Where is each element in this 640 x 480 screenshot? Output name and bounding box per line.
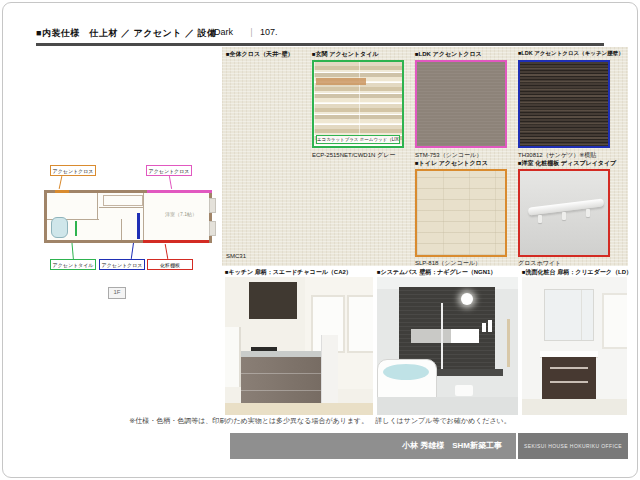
shelf-bracket xyxy=(586,209,590,217)
bath-faucet-ledge xyxy=(437,369,503,376)
bath-water xyxy=(383,364,429,380)
code-shelf: グロスホワイト xyxy=(518,259,561,268)
bath-towel-bar xyxy=(507,319,510,367)
plan-closet xyxy=(103,195,143,206)
label-toilet-cloth: ■トイレ アクセントクロス xyxy=(415,159,488,168)
plan-accent-orange xyxy=(55,190,69,193)
kitchen-end-panel xyxy=(321,335,338,409)
swatch-ldk-cloth xyxy=(415,60,507,148)
plan-wall xyxy=(99,207,143,208)
label-vanity-photo: ■洗面化粧台 扉柄：クリエダーク（LD） xyxy=(522,268,632,277)
vanity-window xyxy=(602,293,627,349)
bath-tub xyxy=(377,359,437,401)
plan-accent-pink xyxy=(147,190,212,193)
page-title: ■内装仕様 仕上材 ／ アクセント ／ 設備 xyxy=(36,27,217,40)
bath-stool xyxy=(455,385,473,396)
bath-shower-bar xyxy=(441,303,443,369)
swatch-ldk-kitchen-cloth xyxy=(518,60,610,148)
bath-bottle xyxy=(482,323,486,332)
kitchen-range-hood xyxy=(249,282,297,319)
code-entrance-tile: ECP-2515NET/CWD1N グレー xyxy=(312,151,395,160)
kitchen-window xyxy=(347,295,373,353)
vanity-floor xyxy=(522,399,627,415)
plan-bathtub xyxy=(51,217,68,238)
plan-accent-green xyxy=(75,221,77,236)
kitchen-floor xyxy=(225,403,373,415)
label-ldk-cloth: ■LDK アクセントクロス xyxy=(415,50,482,59)
print-disclaimer-note: ※仕様・色柄・色調等は、印刷のため実物とは多少異なる場合があります。 詳しくはサ… xyxy=(0,416,640,426)
bath-floor xyxy=(377,397,518,415)
vanity-handle xyxy=(550,381,588,383)
floorplan: 洋室（7.1帖） xyxy=(44,190,212,243)
label-entrance-tile: ■玄関 アクセントタイル xyxy=(312,50,378,59)
callout-shelf-red: 化粧棚板 xyxy=(147,259,193,270)
swatch-toilet-cloth xyxy=(415,169,507,257)
vanity-cabinet xyxy=(542,357,596,399)
code-overall-cloth: SMC31 xyxy=(226,253,246,259)
kitchen-photo xyxy=(225,277,373,415)
bath-niche-lit xyxy=(451,329,479,343)
vanity-photo xyxy=(522,277,627,415)
label-ldk-kitchen-cloth: ■LDK アクセントクロス（キッチン腰壁） xyxy=(518,50,624,57)
plan-room-label: 洋室（7.1帖） xyxy=(153,211,209,217)
bath-round-light xyxy=(461,293,473,305)
spec-sheet-page: ■内装仕様 仕上材 ／ アクセント ／ 設備 Dark ｜ 107. アクセント… xyxy=(0,0,640,480)
vanity-mirror xyxy=(544,289,594,341)
tile-accent-plank xyxy=(316,78,366,85)
label-shelf: ■洋室 化粧棚板 ディスプレイタイプ xyxy=(518,159,616,168)
callout-accent-cloth-blue: アクセントクロス xyxy=(99,259,145,270)
plan-bay-window xyxy=(209,198,216,213)
plan-bay-window xyxy=(209,221,216,236)
theme-label: Dark xyxy=(214,27,233,37)
header-separator: ｜ xyxy=(247,26,256,39)
plan-accent-blue xyxy=(137,213,140,239)
callout-accent-cloth-pink: アクセントクロス xyxy=(146,165,192,176)
shelf-board xyxy=(528,198,604,215)
swatch-shelf xyxy=(518,169,610,257)
kitchen-drawer-line xyxy=(241,390,321,391)
plan-wall xyxy=(121,219,122,240)
shelf-bracket xyxy=(562,212,566,220)
bath-niche xyxy=(411,329,451,343)
vanity-handle xyxy=(550,367,588,369)
kitchen-side-window xyxy=(225,327,241,387)
bath-bottle xyxy=(488,320,492,332)
swatch-entrance-tile: エコカラットプラス ホームウッド（LIXIL） xyxy=(312,60,404,148)
bath-photo xyxy=(377,277,518,415)
tile-product-strip: エコカラットプラス ホームウッド（LIXIL） xyxy=(316,135,400,144)
kitchen-cabinets xyxy=(241,357,321,407)
code-toilet-cloth: SLP-818（シンコール） xyxy=(415,259,481,268)
vanity-mirror-divider xyxy=(581,290,582,340)
plan-wall xyxy=(143,193,144,240)
page-number: 107. xyxy=(260,27,278,37)
header-rule xyxy=(36,43,604,46)
plan-accent-red xyxy=(143,240,209,243)
callout-accent-tile-green: アクセントタイル xyxy=(50,259,96,270)
footer-office-name: SEKISUI HOUSE HOKURIKU OFFICE xyxy=(518,433,628,459)
floor-level-label: 1F xyxy=(108,287,126,299)
shelf-bracket xyxy=(538,215,542,223)
label-bath-photo: ■システムバス 壁柄：ナギグレー（NGN1） xyxy=(377,268,496,277)
material-panel-overall-cloth-swatch: ■全体クロス（天井−壁） ■玄関 アクセントタイル ■LDK アクセントクロス … xyxy=(222,47,628,266)
footer-client-name: 小林 秀雄様 SHM新築工事 xyxy=(230,433,516,459)
label-overall-cloth: ■全体クロス（天井−壁） xyxy=(226,50,294,59)
kitchen-drawer-line xyxy=(241,373,321,374)
callout-accent-cloth-orange: アクセントクロス xyxy=(50,165,96,176)
plan-wall xyxy=(97,193,98,219)
label-kitchen-photo: ■キッチン 扉柄：スエードチャコール（CA2） xyxy=(225,268,352,277)
